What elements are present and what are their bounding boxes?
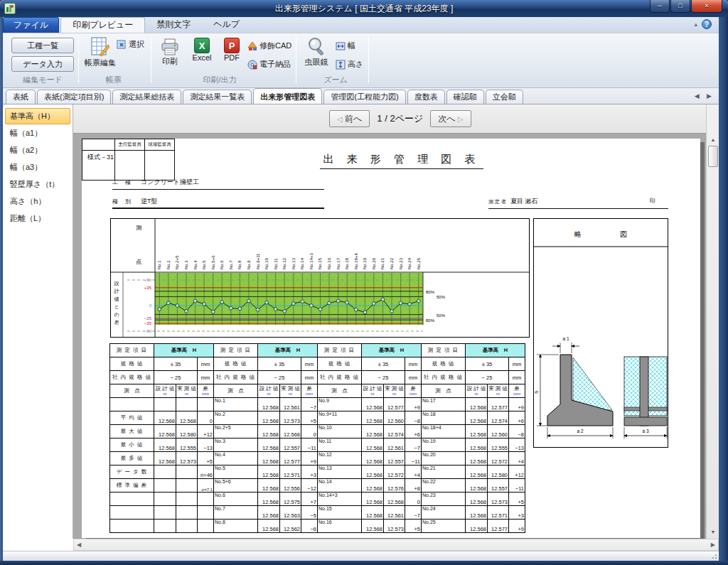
sidebar-item[interactable]: 距離（L） [5,210,70,227]
svg-text:−50: −50 [144,329,152,333]
vertical-scrollbar[interactable]: ▲ ▼ [706,104,719,539]
decorate-cad-icon [247,41,257,51]
svg-text:No.5+6: No.5+6 [211,255,215,269]
excel-export-button[interactable]: X Excel [186,38,218,62]
dim-h-label: h [534,391,539,394]
svg-text:50%: 50% [437,313,446,318]
svg-text:計: 計 [114,289,119,294]
fit-height-icon [336,60,346,70]
close-button[interactable]: × [691,0,722,13]
report-edit-icon [91,36,109,58]
svg-text:値: 値 [114,296,119,301]
sidebar-item[interactable]: 幅（a1） [5,125,70,141]
wall-column [640,357,648,426]
group-separator [151,36,151,83]
window-border-left [0,17,3,561]
print-button[interactable]: 印刷 [155,38,185,67]
app-icon [4,3,16,14]
maximize-button[interactable]: □ [670,0,690,13]
svg-text:No.18: No.18 [345,257,349,269]
svg-text:No.6: No.6 [220,260,224,269]
sketch-panel: 略 図 a 1 h a 2 [533,218,668,448]
dim-a3-label: a 3 [642,429,648,434]
sidebar-item[interactable]: 幅（a2） [5,142,70,158]
tab-scroll-arrows[interactable]: ◀ ▶ [695,92,714,99]
doc-tab[interactable]: 立会願 [486,90,523,104]
decorate-cad-button[interactable]: 修飾CAD [247,41,291,51]
window-title: 出来形管理システム [ 国土交通省 平成23年度 ] [0,0,728,17]
resize-grip[interactable] [710,552,717,559]
table-group: 測 定 項 目基準高 H規 格 値± 35mm社 内 規 格 値− 25mm測 … [317,343,422,533]
doc-tab[interactable]: 測定結果一覧表 [183,90,252,104]
horizontal-scrollbar[interactable]: ◀ ▶ [73,539,719,551]
group-separator [78,36,79,83]
minimize-button[interactable]: ─ [650,0,670,13]
table-group: 測 定 項 目基準高 H規 格 値± 35mm社 内 規 格 値− 25mm測 … [213,343,318,533]
svg-text:−25: −25 [144,316,152,321]
vertical-scroll-thumb[interactable] [708,146,718,167]
measurer-field: 測 定 者夏目 漱石 印 [488,197,668,209]
doc-tab[interactable]: 確認願 [446,90,484,104]
file-menu-button[interactable]: ファイル [3,17,59,33]
scroll-left-icon[interactable]: ◀ [77,541,81,549]
control-chart: 測点設計値との差+50+350−25−35−5080%50%50%80%No.1… [110,218,530,338]
svg-text:No.16: No.16 [327,257,331,269]
work-type-value: コンクリート擁壁工 [141,178,199,185]
prev-page-button[interactable]: ◁ 前へ [329,110,370,127]
svg-text:No.14: No.14 [300,257,304,269]
tab-help[interactable]: ヘルプ [202,17,251,33]
sidebar-item[interactable]: 高さ（h） [5,193,70,210]
svg-text:No.15: No.15 [318,257,322,269]
report-edit-button[interactable]: 帳票編集 [84,36,117,68]
svg-text:No.22: No.22 [390,257,394,269]
svg-text:80%: 80% [426,290,435,294]
svg-text:設: 設 [114,281,119,286]
tab-print-preview[interactable]: 印刷プレビュー [60,17,145,33]
select-button[interactable]: 選択 [117,39,144,50]
doc-tab[interactable]: 度数表 [407,90,445,104]
work-class-value: 逆T型 [141,198,158,205]
sidebar-item[interactable]: 基準高（H） [5,108,70,124]
svg-text:80%: 80% [426,318,435,323]
measurement-table: 測 定 項 目基準高 H規 格 値± 35mm社 内 規 格 値− 25mm測 … [110,343,525,533]
scroll-up-icon[interactable]: ▲ [707,134,719,146]
svg-text:No.9+11: No.9+11 [256,253,260,269]
measurer-label: 測 定 者 [488,199,506,204]
status-bar [3,551,719,561]
app-window: 出来形管理システム [ 国土交通省 平成23年度 ] ─ □ × ファイル 印刷… [0,0,728,565]
tab-forbidden-chars[interactable]: 禁則文字 [145,17,202,33]
report-page: 様式－31 出 来 形 管 理 図 表 主任監督員 現場監督員 工種コンクリート… [82,139,700,538]
sketch-title-left: 略 [574,230,582,238]
svg-text:No.23: No.23 [399,257,403,269]
doc-tab[interactable]: 出来形管理図表 [253,88,322,104]
doc-tab[interactable]: 管理図(工程能力図) [323,90,405,104]
doc-tab[interactable]: 表紙(測定項目別) [37,90,111,104]
doc-tab[interactable]: 表紙 [6,90,36,104]
magnifier-button[interactable]: 虫眼鏡 [300,37,333,68]
process-list-button[interactable]: 工種一覧 [11,38,74,53]
collapse-ribbon-icon[interactable]: ▴ [694,21,697,28]
pdf-export-button[interactable]: P PDF [218,38,246,62]
svg-text:No.14+3: No.14+3 [309,252,314,269]
window-border-right [719,17,728,561]
ribbon: 工種一覧 データ入力 編集モード 帳票編集 選択 帳票 [3,33,719,88]
svg-text:No.2: No.2 [166,260,171,269]
page-indicator: 1 / 2ページ [377,112,423,125]
fit-width-button[interactable]: 幅 [336,41,355,51]
svg-text:No.11: No.11 [274,258,278,269]
sidebar-item[interactable]: 幅（a3） [5,159,70,176]
scroll-right-icon[interactable]: ▶ [711,541,715,549]
sidebar-item[interactable]: 竪壁厚さ（t） [5,176,70,193]
svg-text:No.1: No.1 [157,260,161,269]
help-icon[interactable]: ? [702,19,712,29]
fit-height-button[interactable]: 高さ [336,59,363,70]
data-input-button[interactable]: データ入力 [11,56,74,72]
svg-text:50%: 50% [437,295,446,299]
doc-tab[interactable]: 測定結果総括表 [112,90,181,104]
next-page-button[interactable]: 次へ ▷ [430,110,471,127]
scroll-down-icon[interactable]: ▼ [707,527,719,538]
svg-text:No.24: No.24 [407,257,412,269]
svg-text:点: 点 [136,259,141,265]
electronic-delivery-button[interactable]: 電子納品 [247,59,291,70]
svg-text:No.10: No.10 [264,257,269,269]
